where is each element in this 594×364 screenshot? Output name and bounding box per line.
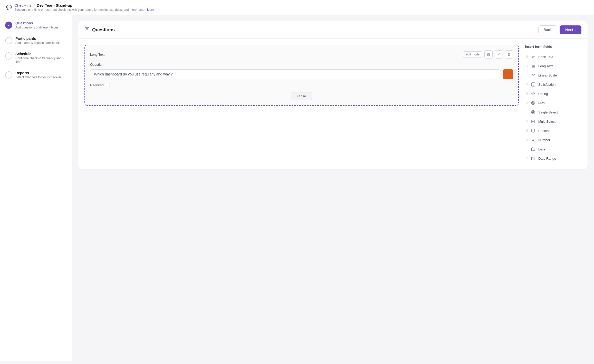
questions-panel: Long Text edit mode 🗑 ✓ ⧉ [84, 45, 519, 163]
copy-icon: ⧉ [508, 52, 510, 57]
insert-fields-title: Insert form fields [525, 45, 581, 49]
step-label-schedule: Schedule [15, 52, 66, 56]
rating-label: Rating [538, 92, 548, 96]
number-label: Number [538, 138, 550, 142]
svg-point-17 [534, 102, 534, 103]
step-sub-participants: Add teams & choose participants [15, 41, 60, 45]
field-item-satisfaction[interactable]: ⠿ Satisfaction [525, 80, 581, 89]
boolean-icon [531, 128, 536, 133]
drag-handle-number: ⠿ [526, 138, 528, 142]
field-item-long-text[interactable]: ⠿ Long Text [525, 61, 581, 71]
step-sub-questions: Add questions of different types [15, 26, 59, 29]
copy-button[interactable]: ⧉ [505, 50, 513, 59]
svg-rect-11 [531, 83, 535, 86]
next-arrow-icon: › [574, 28, 576, 32]
svg-point-19 [532, 111, 534, 113]
step-label-participants: Participants [15, 36, 60, 41]
sidebar-step-questions[interactable]: ● Questions Add questions of different t… [5, 21, 66, 29]
breadcrumb-link[interactable]: Check-ins [14, 3, 32, 7]
field-item-date[interactable]: ⠿ Date [525, 145, 581, 154]
svg-marker-14 [532, 92, 535, 95]
app-subtitle: Schedule one-time or recurrant check-ins… [14, 8, 154, 12]
question-item: Long Text edit mode 🗑 ✓ ⧉ [84, 45, 519, 106]
sidebar-step-reports[interactable]: Reports Select channels for your check-i… [5, 71, 66, 79]
app-header: 💬 Check-ins / Dev Team Stand-up Schedule… [0, 0, 594, 15]
drag-handle-date: ⠿ [526, 147, 528, 151]
question-input[interactable] [90, 69, 501, 79]
check-icon: ✓ [497, 52, 500, 56]
content-area: Questions Back Next › Long Text [72, 15, 594, 361]
question-item-actions: edit mode 🗑 ✓ ⧉ [463, 50, 513, 59]
step-label-questions: Questions [15, 21, 59, 25]
svg-point-13 [534, 84, 534, 84]
field-item-multi-select[interactable]: ⠿ Multi Select [525, 117, 581, 126]
delete-button[interactable]: 🗑 [484, 50, 493, 59]
card-header-actions: Back Next › [538, 25, 581, 34]
field-item-linear-scale[interactable]: ⠿ Linear Scale [525, 71, 581, 80]
svg-point-12 [532, 84, 533, 84]
field-item-boolean[interactable]: ⠿ Boolean [525, 126, 581, 135]
svg-point-16 [532, 102, 533, 103]
trash-icon: 🗑 [487, 52, 490, 56]
learn-more-link[interactable]: Learn More [138, 8, 154, 12]
svg-rect-21 [532, 129, 535, 132]
required-row: Required [90, 83, 513, 87]
card-body: Long Text edit mode 🗑 ✓ ⧉ [78, 39, 588, 169]
number-icon: # [531, 137, 536, 142]
edit-mode-badge: edit mode [463, 51, 482, 58]
close-btn-row: Close [90, 92, 513, 100]
short-text-label: Short Text [538, 55, 553, 59]
step-label-reports: Reports [15, 71, 61, 75]
short-text-icon [531, 54, 536, 59]
drag-handle-date-range: ⠿ [526, 157, 528, 160]
required-checkbox[interactable] [106, 83, 110, 87]
next-button[interactable]: Next › [560, 25, 581, 34]
questions-icon [84, 27, 90, 33]
single-select-icon [531, 110, 536, 115]
field-item-date-range[interactable]: ⠿ Date Range [525, 154, 581, 163]
sidebar-step-schedule[interactable]: Schedule Configure check-in frequency an… [5, 52, 66, 64]
multi-select-icon [531, 119, 536, 124]
long-text-label: Long Text [538, 64, 553, 68]
card-header: Questions Back Next › [78, 21, 588, 39]
color-swatch[interactable] [503, 69, 513, 79]
question-item-header: Long Text edit mode 🗑 ✓ ⧉ [90, 50, 513, 59]
field-item-single-select[interactable]: ⠿ Single Select [525, 108, 581, 117]
nps-icon [531, 100, 536, 106]
boolean-label: Boolean [538, 129, 551, 133]
breadcrumb-sep: / [34, 3, 35, 7]
breadcrumb-current: Dev Team Stand-up [37, 3, 72, 7]
field-item-rating[interactable]: ⠿ Rating [525, 89, 581, 98]
card-title-text: Questions [92, 27, 115, 33]
step-sub-reports: Select channels for your check-in [15, 75, 61, 79]
field-item-number[interactable]: ⠿ # Number [525, 135, 581, 145]
back-button[interactable]: Back [538, 25, 557, 34]
breadcrumb: Check-ins / Dev Team Stand-up [14, 3, 154, 7]
single-select-label: Single Select [538, 110, 558, 114]
sidebar-step-participants[interactable]: Participants Add teams & choose particip… [5, 36, 66, 45]
close-button[interactable]: Close [291, 92, 312, 100]
long-text-icon [531, 63, 536, 69]
confirm-button[interactable]: ✓ [495, 50, 503, 59]
app-header-icon: 💬 [6, 5, 12, 10]
field-item-nps[interactable]: ⠿ NPS [525, 98, 581, 108]
drag-handle-boolean: ⠿ [526, 129, 528, 133]
required-label: Required [90, 83, 104, 87]
multi-select-label: Multi Select [538, 120, 555, 123]
card-title: Questions [84, 27, 115, 33]
drag-handle-long-text: ⠿ [526, 64, 528, 68]
svg-point-15 [532, 101, 535, 105]
field-item-short-text[interactable]: ⠿ Short Text [525, 52, 581, 61]
step-circle-reports [5, 71, 12, 79]
step-sub-schedule: Configure check-in frequency and time [15, 56, 66, 64]
drag-handle-satisfaction: ⠿ [526, 83, 528, 87]
rating-icon [531, 91, 536, 96]
drag-handle-linear-scale: ⠿ [526, 73, 528, 77]
linear-scale-icon [531, 73, 536, 78]
insert-panel: Insert form fields ⠿ Short Text ⠿ L [525, 45, 581, 163]
drag-handle-multi-select: ⠿ [526, 120, 528, 123]
satisfaction-label: Satisfaction [538, 83, 555, 87]
satisfaction-icon [531, 82, 536, 87]
question-type-label: Long Text [90, 53, 104, 56]
drag-handle-short-text: ⠿ [526, 55, 528, 59]
